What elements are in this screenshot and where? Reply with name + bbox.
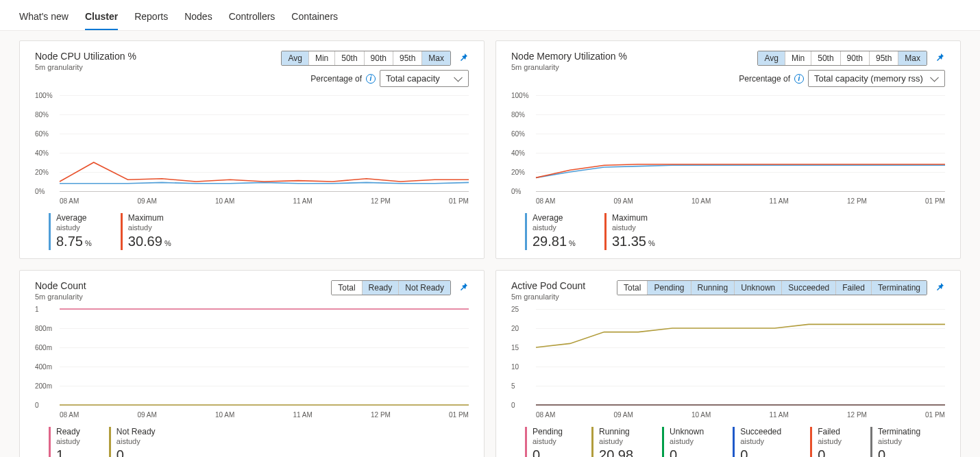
y-tick: 40%	[511, 149, 525, 157]
seg-total[interactable]: Total	[332, 281, 362, 295]
tab-containers[interactable]: Containers	[291, 7, 338, 30]
seg-total[interactable]: Total	[617, 281, 648, 295]
x-tick: 01 PM	[925, 411, 945, 419]
pct-of-label: Percentage of	[739, 74, 790, 84]
seg-95th[interactable]: 95th	[870, 51, 898, 65]
legend-item[interactable]: Readyaistudy1	[49, 427, 80, 457]
y-tick: 10	[511, 362, 519, 370]
x-tick: 08 AM	[60, 411, 79, 419]
y-tick: 80%	[511, 111, 525, 119]
legend-item[interactable]: Maximumaistudy30.69 %	[121, 213, 171, 250]
legend-item[interactable]: Failedaistudy0	[810, 427, 842, 457]
card-subtitle: 5m granularity	[511, 63, 627, 71]
seg-not-ready[interactable]: Not Ready	[399, 281, 450, 295]
tab-what-s-new[interactable]: What's new	[19, 7, 69, 30]
card-title: Node Memory Utilization %	[511, 51, 627, 62]
seg-ready[interactable]: Ready	[363, 281, 400, 295]
seg-avg[interactable]: Avg	[282, 51, 308, 65]
seg-90th[interactable]: 90th	[841, 51, 870, 65]
y-tick: 600m	[35, 343, 52, 351]
seg-90th[interactable]: 90th	[365, 51, 393, 65]
card-podcount: Active Pod Count 5m granularity TotalPen…	[495, 270, 961, 457]
x-tick: 08 AM	[60, 197, 79, 205]
chart: 100%80%60%40%20%0%08 AM09 AM10 AM11 AM12…	[511, 95, 945, 205]
seg-running[interactable]: Running	[691, 281, 735, 295]
x-tick: 01 PM	[449, 197, 469, 205]
agg-toggle: AvgMin50th90th95thMax	[281, 51, 451, 66]
x-tick: 10 AM	[691, 197, 711, 205]
x-tick: 09 AM	[138, 197, 157, 205]
legend: Pendingaistudy0Runningaistudy20.98Unknow…	[511, 427, 945, 457]
x-tick: 08 AM	[536, 411, 555, 419]
y-tick: 800m	[35, 324, 52, 332]
tab-reports[interactable]: Reports	[134, 7, 168, 30]
seg-95th[interactable]: 95th	[393, 51, 422, 65]
legend: Readyaistudy1Not Readyaistudy0	[35, 427, 469, 457]
x-tick: 12 PM	[847, 197, 867, 205]
card-memory: Node Memory Utilization % 5m granularity…	[495, 40, 961, 259]
seg-unknown[interactable]: Unknown	[735, 281, 782, 295]
legend: Averageaistudy29.81 %Maximumaistudy31.35…	[511, 213, 945, 250]
seg-max[interactable]: Max	[422, 51, 450, 65]
legend-item[interactable]: Runningaistudy20.98	[591, 427, 633, 457]
x-tick: 01 PM	[449, 411, 469, 419]
y-tick: 0	[35, 401, 39, 408]
seg-succeeded[interactable]: Succeeded	[782, 281, 836, 295]
legend-item[interactable]: Pendingaistudy0	[525, 427, 563, 457]
legend-item[interactable]: Averageaistudy8.75 %	[49, 213, 92, 250]
legend-item[interactable]: Unknownaistudy0	[662, 427, 704, 457]
y-tick: 100%	[511, 92, 529, 99]
pin-icon[interactable]	[458, 282, 469, 293]
y-tick: 100%	[35, 92, 53, 99]
tab-nodes[interactable]: Nodes	[184, 7, 212, 30]
seg-50th[interactable]: 50th	[335, 51, 364, 65]
x-tick: 01 PM	[925, 197, 945, 205]
card-subtitle: 5m granularity	[35, 293, 86, 301]
seg-50th[interactable]: 50th	[811, 51, 840, 65]
card-nodecount: Node Count 5m granularity TotalReadyNot …	[19, 270, 485, 457]
seg-min[interactable]: Min	[309, 51, 335, 65]
x-tick: 11 AM	[770, 197, 789, 205]
x-tick: 12 PM	[371, 411, 391, 419]
info-icon[interactable]: i	[794, 74, 804, 84]
legend-item[interactable]: Terminatingaistudy0	[870, 427, 920, 457]
capacity-select[interactable]: Total capacity (memory rss)	[808, 70, 945, 87]
pin-icon[interactable]	[934, 53, 945, 64]
pin-icon[interactable]	[458, 53, 469, 64]
y-tick: 20%	[511, 169, 525, 176]
y-tick: 0%	[35, 188, 45, 195]
dashboard-grid: Node CPU Utilization % 5m granularity Av…	[0, 31, 980, 457]
legend-item[interactable]: Succeededaistudy0	[733, 427, 781, 457]
pin-icon[interactable]	[934, 282, 945, 293]
legend-item[interactable]: Averageaistudy29.81 %	[525, 213, 576, 250]
x-tick: 10 AM	[691, 411, 711, 419]
seg-pending[interactable]: Pending	[648, 281, 691, 295]
y-tick: 60%	[511, 130, 525, 138]
status-toggle: TotalReadyNot Ready	[331, 280, 451, 295]
y-tick: 25	[511, 305, 519, 312]
seg-avg[interactable]: Avg	[758, 51, 785, 65]
seg-terminating[interactable]: Terminating	[872, 281, 927, 295]
seg-failed[interactable]: Failed	[836, 281, 872, 295]
card-subtitle: 5m granularity	[35, 63, 136, 71]
x-tick: 12 PM	[371, 197, 391, 205]
x-tick: 08 AM	[536, 197, 555, 205]
agg-toggle: AvgMin50th90th95thMax	[757, 51, 927, 66]
capacity-select[interactable]: Total capacity	[380, 70, 469, 87]
x-tick: 10 AM	[215, 411, 234, 419]
legend-item[interactable]: Not Readyaistudy0	[109, 427, 156, 457]
y-tick: 40%	[35, 149, 49, 157]
tab-bar: What's newClusterReportsNodesControllers…	[0, 0, 980, 31]
card-cpu: Node CPU Utilization % 5m granularity Av…	[19, 40, 485, 259]
tab-cluster[interactable]: Cluster	[85, 7, 118, 30]
y-tick: 400m	[35, 362, 52, 370]
legend-item[interactable]: Maximumaistudy31.35 %	[604, 213, 655, 250]
tab-controllers[interactable]: Controllers	[229, 7, 275, 30]
y-tick: 20	[511, 324, 519, 332]
seg-max[interactable]: Max	[898, 51, 927, 65]
chart: 252015105008 AM09 AM10 AM11 AM12 PM01 PM	[511, 309, 945, 419]
seg-min[interactable]: Min	[785, 51, 811, 65]
info-icon[interactable]: i	[366, 74, 376, 84]
x-tick: 10 AM	[215, 197, 234, 205]
chart: 100%80%60%40%20%0%08 AM09 AM10 AM11 AM12…	[35, 95, 469, 205]
